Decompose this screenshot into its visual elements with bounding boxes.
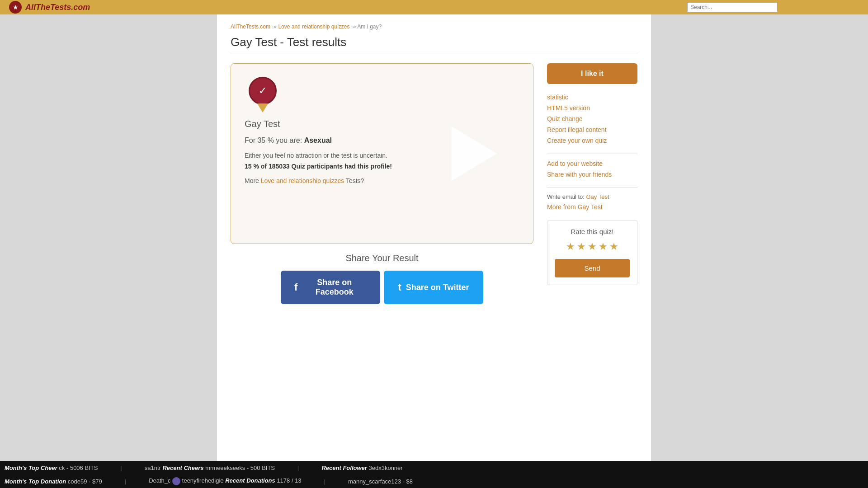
badge-ribbon (257, 103, 268, 113)
facebook-icon: f (294, 282, 297, 293)
play-button[interactable] (452, 127, 497, 181)
recent-cheers: sa1ntr Recent Cheers mrmeeekseeks - 500 … (145, 465, 275, 471)
result-label: For 35 % you are: (245, 136, 302, 144)
more-category-link[interactable]: Love and relationship quizzes (261, 177, 344, 184)
sidebar-links-2: Add to your website Share with your frie… (547, 160, 637, 178)
result-value: Asexual (304, 136, 332, 144)
badge-check-icon: ✓ (259, 85, 267, 97)
avatar-icon (172, 477, 180, 485)
send-button[interactable]: Send (555, 259, 630, 277)
share-twitter-button[interactable]: t Share on Twitter (384, 271, 483, 304)
breadcrumb-arrow2: -» (351, 23, 357, 30)
top-bar: ★ AllTheTests.com (0, 0, 868, 14)
ticker-sep1: | (120, 465, 122, 471)
breadcrumb: AllTheTests.com -» Love and relationship… (231, 23, 637, 30)
sidebar-link-report[interactable]: Report illegal content (547, 126, 607, 133)
left-column: ✓ Gay Test For 35 % you are: Asexual Eit… (231, 63, 533, 304)
ticker-bar: Month's Top Cheer ck - 5006 BITS | sa1nt… (0, 461, 868, 488)
logo-area: ★ AllTheTests.com (9, 1, 90, 14)
rate-title: Rate this quiz! (555, 228, 630, 235)
share-buttons: f Share on Facebook t Share on Twitter (231, 271, 533, 304)
main-wrapper: AllTheTests.com -» Love and relationship… (0, 14, 868, 461)
recent-donations: Death_c teenyfirehedigie Recent Donation… (149, 477, 301, 485)
sidebar-link-html5[interactable]: HTML5 version (547, 104, 590, 112)
stars: ★ ★ ★ ★ ★ (555, 241, 630, 253)
result-card: ✓ Gay Test For 35 % you are: Asexual Eit… (231, 63, 533, 244)
recent-follower: Recent Follower 3edx3konner (321, 465, 402, 471)
more-prefix: More (245, 177, 261, 184)
top-cheer-label: Month's Top Cheer ck - 5006 BITS (5, 465, 98, 471)
ticker-row-2: Month's Top Donation code59 - $79 | Deat… (0, 474, 868, 488)
share-facebook-button[interactable]: f Share on Facebook (281, 271, 380, 304)
write-email-link[interactable]: Gay Test (586, 193, 609, 200)
star-1[interactable]: ★ (566, 241, 575, 253)
badge: ✓ (245, 77, 281, 113)
star-5[interactable]: ★ (609, 241, 618, 253)
share-title: Share Your Result (231, 253, 533, 263)
search-area (687, 2, 778, 12)
sidebar-link-create[interactable]: Create your own quiz (547, 137, 607, 144)
sidebar-link-statistic[interactable]: statistic (547, 94, 568, 101)
search-input[interactable] (687, 2, 778, 12)
recent-donation-user: manny_scarface123 - $8 (348, 478, 413, 485)
sidebar-divider-2 (547, 188, 637, 188)
ticker-sep2: | (297, 465, 299, 471)
sidebar: I like it statistic HTML5 version Quiz c… (547, 63, 637, 304)
sidebar-link-add-website[interactable]: Add to your website (547, 160, 603, 167)
twitter-icon: t (398, 282, 401, 293)
share-section: Share Your Result f Share on Facebook t … (231, 253, 533, 304)
more-from-link[interactable]: More from Gay Test (547, 203, 603, 211)
logo-text: AllTheTests.com (25, 3, 90, 12)
star-2[interactable]: ★ (577, 241, 586, 253)
logo-icon: ★ (9, 1, 22, 14)
sidebar-link-share-friends[interactable]: Share with your friends (547, 171, 612, 178)
content-panel: AllTheTests.com -» Love and relationship… (217, 14, 651, 461)
badge-circle: ✓ (249, 77, 276, 104)
ticker-row-1: Month's Top Cheer ck - 5006 BITS | sa1nt… (0, 461, 868, 474)
top-donation-label: Month's Top Donation code59 - $79 (5, 478, 102, 485)
breadcrumb-current: Am I gay? (357, 23, 382, 30)
twitter-label: Share on Twitter (406, 283, 469, 292)
page-title: Gay Test - Test results (231, 35, 637, 54)
breadcrumb-home-link[interactable]: AllTheTests.com (231, 23, 270, 30)
sidebar-links: statistic HTML5 version Quiz change Repo… (547, 93, 637, 145)
content-layout: ✓ Gay Test For 35 % you are: Asexual Eit… (231, 63, 637, 304)
more-suffix: Tests? (344, 177, 364, 184)
breadcrumb-arrow1: -» (272, 23, 278, 30)
sidebar-divider (547, 154, 637, 154)
breadcrumb-category-link[interactable]: Love and relationship quizzes (278, 23, 349, 30)
facebook-label: Share on Facebook (302, 278, 367, 297)
sidebar-link-quiz-change[interactable]: Quiz change (547, 115, 583, 122)
write-email-prefix: Write email to: (547, 193, 586, 200)
write-email: Write email to: Gay Test (547, 193, 637, 200)
ticker-sep3: | (125, 478, 126, 485)
ticker-sep4: | (324, 478, 326, 485)
star-3[interactable]: ★ (588, 241, 597, 253)
rate-section: Rate this quiz! ★ ★ ★ ★ ★ Send (547, 220, 637, 285)
like-button[interactable]: I like it (547, 63, 637, 84)
star-4[interactable]: ★ (599, 241, 608, 253)
